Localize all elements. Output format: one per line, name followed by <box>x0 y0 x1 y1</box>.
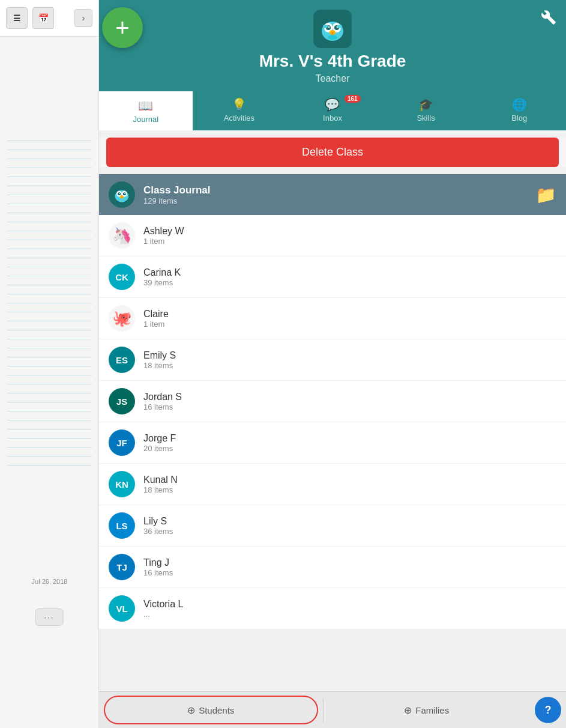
notebook-line <box>7 303 92 303</box>
tab-journal-label: Journal <box>133 115 158 124</box>
delete-class-button[interactable]: Delete Class <box>106 138 559 167</box>
student-name: Claire <box>143 309 556 320</box>
student-avatar: VL <box>109 595 135 622</box>
svg-point-5 <box>328 26 330 28</box>
student-avatar: 🐙 <box>109 305 135 332</box>
notebook-line <box>7 321 92 321</box>
calendar-button[interactable]: 📅 <box>32 7 54 29</box>
help-icon: ? <box>545 704 552 717</box>
notebook-line <box>7 222 92 222</box>
student-row[interactable]: CK Carina K 39 items <box>99 256 566 298</box>
student-list: Class Journal 129 items 📁 🦄 Ashley W 1 i… <box>99 174 566 629</box>
notebook-line <box>7 267 92 267</box>
student-avatar: 🦄 <box>109 222 135 249</box>
svg-point-17 <box>119 193 120 194</box>
plus-students-icon: ⊕ <box>187 705 195 716</box>
notebook-line <box>7 438 92 438</box>
student-rows-container: 🦄 Ashley W 1 item CK Carina K 39 items 🐙… <box>99 215 566 629</box>
student-row[interactable]: TJ Ting J 16 items <box>99 547 566 588</box>
notebook-line <box>7 375 92 375</box>
notebook-line <box>7 141 92 141</box>
families-tab-button[interactable]: ⊕ Families <box>324 692 531 728</box>
notebook-line <box>7 339 92 339</box>
class-journal-count: 129 items <box>143 196 535 205</box>
journal-icon: 📖 <box>138 99 153 113</box>
notebook-line <box>7 285 92 285</box>
student-avatar: KN <box>109 471 135 497</box>
student-row[interactable]: 🐙 Claire 1 item <box>99 298 566 339</box>
class-journal-row[interactable]: Class Journal 129 items 📁 <box>99 174 566 215</box>
hamburger-button[interactable]: ☰ <box>6 7 28 29</box>
student-avatar: TJ <box>109 554 135 580</box>
student-item-count: 18 items <box>143 485 556 494</box>
tab-activities[interactable]: 💡 Activities <box>193 91 286 130</box>
notebook-line <box>7 312 92 312</box>
tab-blog[interactable]: 🌐 Blog <box>472 91 566 130</box>
student-item-count: 1 item <box>143 320 556 329</box>
tab-blog-label: Blog <box>511 114 527 123</box>
student-item-count: 36 items <box>143 527 556 536</box>
tab-skills-label: Skills <box>417 114 435 123</box>
add-fab-button[interactable]: + <box>102 7 143 48</box>
svg-point-9 <box>323 25 328 28</box>
student-item-count: 20 items <box>143 444 556 453</box>
folder-icon: 📁 <box>535 185 556 205</box>
notebook-line <box>7 294 92 294</box>
student-row[interactable]: ES Emily S 18 items <box>99 339 566 381</box>
notebook-line <box>7 357 92 357</box>
student-info: Ting J 16 items <box>143 557 556 577</box>
student-info: Lily S 36 items <box>143 516 556 536</box>
student-name: Lily S <box>143 516 556 527</box>
tab-inbox-label: Inbox <box>323 114 342 123</box>
student-info: Claire 1 item <box>143 309 556 329</box>
student-row[interactable]: VL Victoria L ... <box>99 588 566 629</box>
student-info: Jorge F 20 items <box>143 433 556 453</box>
plus-families-icon: ⊕ <box>404 705 412 716</box>
notebook-line <box>7 402 92 402</box>
header: Mrs. V's 4th Grade Teacher <box>99 0 566 91</box>
help-button[interactable]: ? <box>535 697 561 723</box>
notebook-line <box>7 204 92 204</box>
student-name: Kunal N <box>143 475 556 485</box>
tab-inbox[interactable]: 💬 161 Inbox <box>286 91 379 130</box>
tab-journal[interactable]: 📖 Journal <box>99 91 193 130</box>
student-info: Jordan S 16 items <box>143 392 556 411</box>
owl-logo <box>313 10 352 48</box>
student-name: Jordan S <box>143 392 556 402</box>
notebook-line <box>7 258 92 258</box>
student-avatar: LS <box>109 512 135 539</box>
student-item-count: 16 items <box>143 568 556 577</box>
student-avatar: CK <box>109 264 135 290</box>
notebook-line <box>7 411 92 411</box>
student-row[interactable]: KN Kunal N 18 items <box>99 464 566 505</box>
more-button[interactable]: ··· <box>35 608 64 626</box>
skills-icon: 🎓 <box>418 97 433 112</box>
student-row[interactable]: JS Jordan S 16 items <box>99 381 566 422</box>
plus-icon: + <box>115 16 129 40</box>
class-journal-avatar <box>109 181 135 208</box>
notebook-line <box>7 393 92 393</box>
svg-point-18 <box>124 193 125 194</box>
notebook-line <box>7 159 92 159</box>
student-row[interactable]: LS Lily S 36 items <box>99 505 566 547</box>
tab-bar: 📖 Journal 💡 Activities 💬 161 Inbox 🎓 Ski… <box>99 91 566 130</box>
class-title: Mrs. V's 4th Grade <box>99 52 566 71</box>
settings-icon[interactable] <box>541 10 556 29</box>
student-row[interactable]: JF Jorge F 20 items <box>99 422 566 464</box>
expand-button[interactable]: › <box>74 9 92 27</box>
sidebar-notebook <box>0 132 99 474</box>
class-journal-info: Class Journal 129 items <box>143 184 535 205</box>
notebook-line <box>7 420 92 420</box>
main-content: Mrs. V's 4th Grade Teacher 📖 Journal 💡 A… <box>99 0 566 728</box>
class-owl-icon <box>113 186 131 204</box>
student-name: Ting J <box>143 557 556 568</box>
inbox-badge: 161 <box>345 95 361 103</box>
student-info: Ashley W 1 item <box>143 226 556 246</box>
student-avatar: JS <box>109 388 135 414</box>
student-row[interactable]: 🦄 Ashley W 1 item <box>99 215 566 256</box>
tab-skills[interactable]: 🎓 Skills <box>379 91 473 130</box>
student-info: Victoria L ... <box>143 599 556 619</box>
owl-icon <box>318 14 347 43</box>
student-info: Emily S 18 items <box>143 350 556 370</box>
students-tab-button[interactable]: ⊕ Students <box>104 696 318 724</box>
